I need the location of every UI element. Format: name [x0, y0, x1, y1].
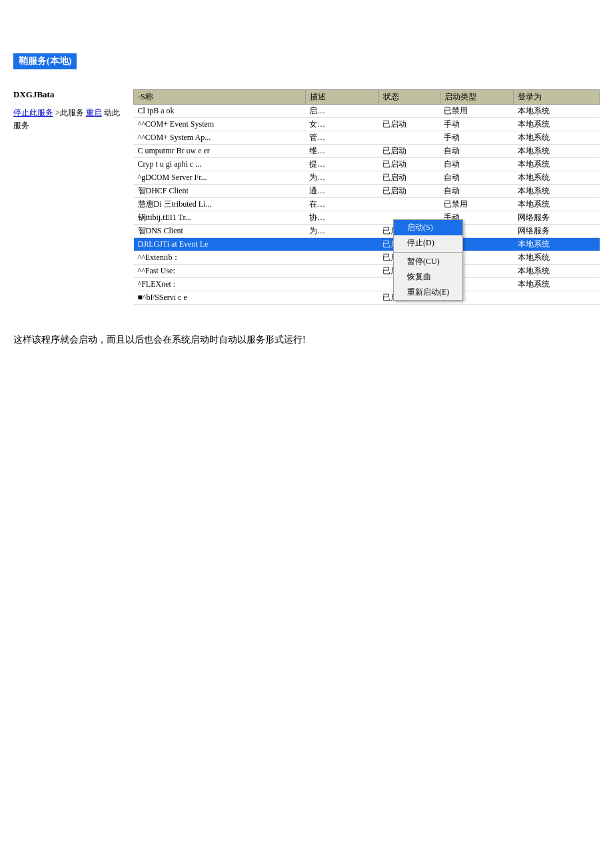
cell-status: 已启动 — [378, 171, 440, 185]
cell-startup: 手动 — [440, 131, 513, 145]
cell-name: 智DHCF Client — [134, 185, 306, 198]
action-area: 停止此服务 >此服务 重启 动此服务 — [13, 107, 120, 132]
cell-name: Cl ipB a ok — [134, 105, 306, 118]
cell-desc: 协… — [305, 211, 378, 225]
menu-item-pause[interactable]: 暂停(CU) — [394, 254, 462, 269]
table-body: Cl ipB a ok启…已禁用本地系统^^COM+ Event System女… — [134, 105, 600, 305]
cell-desc — [305, 291, 378, 305]
menu-item-resume[interactable]: 恢复曲 — [394, 269, 462, 285]
menu-item-restart[interactable]: 重新启动(E) — [394, 285, 462, 300]
cell-login: 本地系统 — [514, 131, 600, 145]
cell-name: DJtLGJTi at Event Le — [134, 238, 306, 251]
restart-text-prefix: >此服务 — [55, 108, 84, 117]
page-title: 鞘服务(本地) — [13, 53, 77, 69]
menu-item-stop[interactable]: 停止(D) — [394, 235, 462, 251]
table-row[interactable]: Cryp t u gi aphi c ...提…已启动自动本地系统 — [134, 158, 600, 171]
restart-link[interactable]: 重启 — [86, 108, 102, 117]
cell-login: 网络服务 — [514, 211, 600, 225]
cell-login: 本地系统 — [514, 185, 600, 198]
panel-title: DXGJBata — [13, 89, 120, 100]
table-row[interactable]: 慧惠Di 三tributed Li...在…已禁用本地系统 — [134, 198, 600, 211]
cell-startup: 已禁用 — [440, 105, 513, 118]
cell-login: 本地系统 — [514, 198, 600, 211]
stop-service-link[interactable]: 停止此服务 — [13, 108, 53, 117]
cell-login — [514, 291, 600, 305]
cell-desc: 管… — [305, 131, 378, 145]
col-header-startup: 启动类型 — [440, 90, 513, 105]
cell-login: 本地系统 — [514, 265, 600, 278]
cell-startup: 自动 — [440, 185, 513, 198]
cell-status — [378, 105, 440, 118]
cell-name: Cryp t u gi aphi c ... — [134, 158, 306, 171]
cell-login: 网络服务 — [514, 225, 600, 238]
cell-desc: 为… — [305, 225, 378, 238]
table-row[interactable]: 锅ttibij.tEI1 Tr...协…手动网络服务 — [134, 211, 600, 225]
table-row[interactable]: ^^COM+ Event System女…已启动手动本地系统 — [134, 118, 600, 131]
table-row[interactable]: ■^bFSServi c e已启动自动 — [134, 291, 600, 305]
col-header-login: 登录为 — [514, 90, 600, 105]
cell-status: 已启动 — [378, 145, 440, 158]
cell-name: ^gDCOM Server Fr... — [134, 171, 306, 185]
cell-name: ^^COM+ Event System — [134, 118, 306, 131]
table-row[interactable]: ^^COM+ System Ap...管…手动本地系统 — [134, 131, 600, 145]
cell-status — [378, 131, 440, 145]
services-table: -S称 描述 状态 启动类型 登录为 Cl ipB a ok启…已禁用本地系统^… — [133, 89, 600, 305]
table-row[interactable]: C umputmr Br uw e er维…已启动自动本地系统 — [134, 145, 600, 158]
table-row[interactable]: ^FLEXnet :手动本地系统 — [134, 278, 600, 291]
table-row[interactable]: ^gDCOM Server Fr...为…已启动自动本地系统 — [134, 171, 600, 185]
cell-desc: 在… — [305, 198, 378, 211]
table-row[interactable]: ^^Fast Use:已启动手动本地系统 — [134, 265, 600, 278]
cell-status — [378, 198, 440, 211]
cell-login: 本地系统 — [514, 171, 600, 185]
cell-desc — [305, 251, 378, 265]
cell-login: 本地系统 — [514, 118, 600, 131]
table-row[interactable]: 智DNS Client为…已启动自动网络服务 — [134, 225, 600, 238]
cell-login: 本地系统 — [514, 278, 600, 291]
cell-desc — [305, 238, 378, 251]
cell-name: ^^COM+ System Ap... — [134, 131, 306, 145]
cell-startup: 自动 — [440, 145, 513, 158]
cell-name: 智DNS Client — [134, 225, 306, 238]
cell-desc — [305, 278, 378, 291]
cell-login: 本地系统 — [514, 238, 600, 251]
cell-desc: 通… — [305, 185, 378, 198]
col-header-desc: 描述 — [305, 90, 378, 105]
cell-name: 慧惠Di 三tributed Li... — [134, 198, 306, 211]
cell-login: 本地系统 — [514, 251, 600, 265]
menu-item-start[interactable]: 启动(S) — [394, 220, 462, 235]
table-row[interactable]: DJtLGJTi at Event Le已启动自动本地系统 — [134, 238, 600, 251]
table-row[interactable]: ^^Exteniib：已启动自动本地系统 — [134, 251, 600, 265]
cell-status: 已启动 — [378, 185, 440, 198]
col-header-name: -S称 — [134, 90, 306, 105]
cell-desc: 女… — [305, 118, 378, 131]
cell-name: ■^bFSServi c e — [134, 291, 306, 305]
col-header-status: 状态 — [378, 90, 440, 105]
cell-login: 本地系统 — [514, 158, 600, 171]
cell-startup: 自动 — [440, 158, 513, 171]
right-panel: -S称 描述 状态 启动类型 登录为 Cl ipB a ok启…已禁用本地系统^… — [133, 89, 600, 305]
menu-separator — [394, 252, 462, 253]
table-row[interactable]: 智DHCF Client通…已启动自动本地系统 — [134, 185, 600, 198]
cell-desc — [305, 265, 378, 278]
cell-startup: 已禁用 — [440, 198, 513, 211]
cell-desc: 提… — [305, 158, 378, 171]
left-panel: DXGJBata 停止此服务 >此服务 重启 动此服务 — [13, 89, 120, 305]
cell-desc: 启… — [305, 105, 378, 118]
cell-status: 已启动 — [378, 118, 440, 131]
bottom-text: 这样该程序就会启动，而且以后也会在系统启动时自动以服务形式运行! — [13, 331, 600, 348]
table-header-row: -S称 描述 状态 启动类型 登录为 — [134, 90, 600, 105]
cell-startup: 自动 — [440, 171, 513, 185]
cell-name: C umputmr Br uw e er — [134, 145, 306, 158]
cell-desc: 维… — [305, 145, 378, 158]
cell-name: 锅ttibij.tEI1 Tr... — [134, 211, 306, 225]
cell-startup: 手动 — [440, 118, 513, 131]
cell-name: ^^Fast Use: — [134, 265, 306, 278]
cell-desc: 为… — [305, 171, 378, 185]
cell-status: 已启动 — [378, 158, 440, 171]
cell-name: ^FLEXnet : — [134, 278, 306, 291]
context-menu: 启动(S) 停止(D) 暂停(CU) 恢复曲 重新启动(E) — [393, 219, 463, 301]
cell-login: 本地系统 — [514, 145, 600, 158]
table-row[interactable]: Cl ipB a ok启…已禁用本地系统 — [134, 105, 600, 118]
cell-name: ^^Exteniib： — [134, 251, 306, 265]
cell-login: 本地系统 — [514, 105, 600, 118]
